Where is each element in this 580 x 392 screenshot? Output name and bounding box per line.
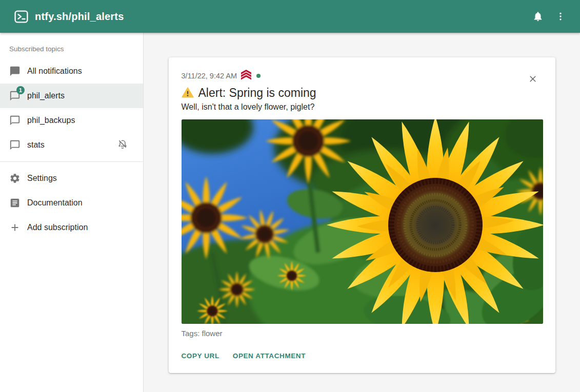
close-icon [528,74,538,84]
overflow-menu-button[interactable] [549,5,572,28]
gear-icon [9,173,21,184]
main-content: 3/11/22, 9:42 AM [144,33,580,392]
sidebar-item-label: Documentation [27,198,83,208]
open-attachment-button[interactable]: OPEN ATTACHMENT [233,349,306,363]
sidebar-item-label: Settings [27,174,57,183]
sidebar-item-label: All notifications [27,67,82,76]
sidebar-item-settings[interactable]: Settings [0,166,143,191]
notification-body: Well, isn't that a lovely flower, piglet… [182,102,543,112]
app-title: ntfy.sh/phil_alerts [35,11,124,23]
close-notification-button[interactable] [524,70,542,88]
notification-card: 3/11/22, 9:42 AM [169,57,555,373]
notifications-muted-icon [117,139,128,151]
kebab-menu-icon [555,11,566,22]
notification-meta-row: 3/11/22, 9:42 AM [182,71,543,81]
sidebar-item-add-subscription[interactable]: Add subscription [0,215,143,240]
sidebar-item-label: stats [27,140,45,150]
notification-tags: Tags: flower [182,329,543,338]
sidebar-item-all-notifications[interactable]: All notifications [0,59,143,84]
subscribed-topics-header: Subscribed topics [0,33,143,59]
chat-bubble-outline-icon: 1 [9,90,21,101]
warning-emoji-icon [182,87,194,99]
plus-icon [9,222,21,233]
sidebar-item-phil-alerts[interactable]: 1 phil_alerts [0,84,143,108]
notification-title: Alert: Spring is coming [198,85,316,100]
ntfy-terminal-logo-icon [14,10,28,23]
notification-title-row: Alert: Spring is coming [182,85,543,100]
chat-bubble-filled-icon [9,66,21,77]
copy-url-button[interactable]: COPY URL [182,349,219,363]
notification-timestamp: 3/11/22, 9:42 AM [182,72,237,80]
sidebar-item-documentation[interactable]: Documentation [0,191,143,215]
bell-icon [532,11,544,22]
sidebar-item-stats[interactable]: stats [0,133,143,157]
sidebar-item-label: phil_alerts [27,91,65,100]
sidebar-item-phil-backups[interactable]: phil_backups [0,108,143,133]
unread-count-badge: 1 [16,86,25,94]
unread-dot-icon [256,74,261,78]
app-bar: ntfy.sh/phil_alerts [0,0,580,33]
sidebar-item-label: Add subscription [27,223,88,232]
chat-bubble-outline-icon [9,139,21,151]
sidebar-item-label: phil_backups [27,116,75,125]
article-icon [9,197,21,209]
notifications-bell-button[interactable] [527,5,549,28]
priority-max-icon [241,70,252,82]
attachment-image[interactable] [182,119,543,324]
sidebar-divider [0,161,143,162]
chat-bubble-outline-icon [9,115,21,126]
sidebar: Subscribed topics All notifications 1 ph… [0,33,144,392]
notification-actions: COPY URL OPEN ATTACHMENT [182,346,543,365]
